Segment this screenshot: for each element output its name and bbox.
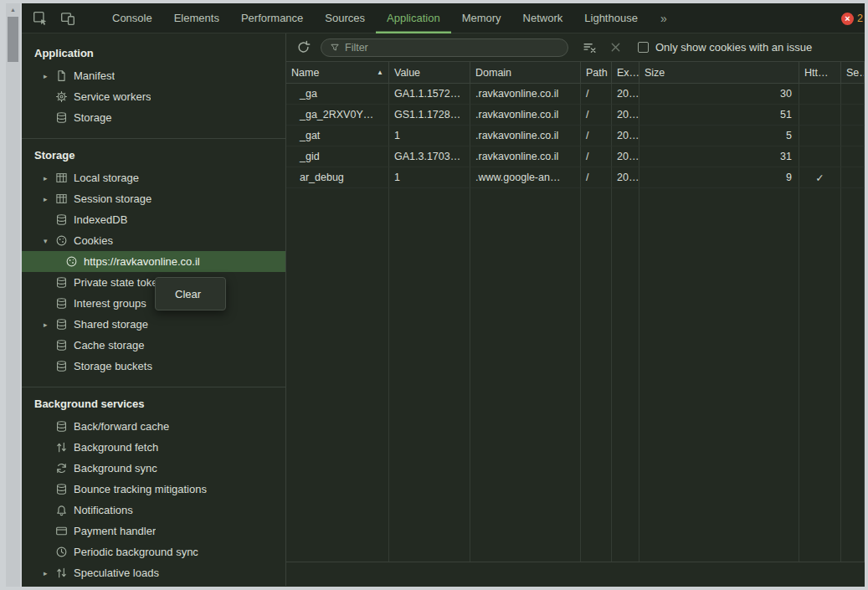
column-header-label: Ex… [617, 67, 639, 79]
scrollbar-thumb[interactable] [8, 17, 18, 62]
gear-icon [55, 90, 68, 103]
table-row[interactable]: _ga_2RXV0Y…GS1.1.1728….ravkavonline.co.i… [286, 105, 865, 126]
cell-value: 1 [389, 126, 470, 146]
column-header-htt[interactable]: Htt… [799, 62, 841, 83]
clear-all-cookies-icon[interactable] [583, 40, 597, 54]
sidebar-item-service-workers[interactable]: Service workers [22, 86, 285, 107]
sidebar-item-background-sync[interactable]: Background sync [22, 458, 285, 479]
column-header-ex[interactable]: Ex… [612, 62, 639, 83]
cookie-icon [55, 234, 68, 247]
chevron-down-icon[interactable]: ▾ [44, 237, 55, 245]
cell-secure [841, 84, 865, 105]
sidebar-item-https-ravkavonline-co-il[interactable]: https://ravkavonline.co.il [22, 251, 285, 272]
inspect-element-icon[interactable] [33, 11, 48, 26]
device-toolbar-icon[interactable] [60, 11, 75, 26]
scrollbar-up-icon[interactable]: ▲ [6, 3, 20, 15]
devtools-tab-bar: ConsoleElementsPerformanceSourcesApplica… [22, 3, 865, 33]
chevron-right-icon[interactable]: ▸ [44, 321, 55, 329]
tab-console[interactable]: Console [101, 3, 163, 33]
sidebar-item-bounce-tracking-mitigations[interactable]: Bounce tracking mitigations [22, 479, 285, 500]
chevron-right-icon[interactable]: ▸ [44, 569, 55, 577]
sidebar-item-indexeddb[interactable]: IndexedDB [22, 209, 285, 230]
delete-selected-icon[interactable] [609, 41, 622, 54]
table-row[interactable]: _gaGA1.1.1572….ravkavonline.co.il/20…30 [286, 84, 865, 105]
section-title-background-services: Background services [22, 398, 285, 416]
refresh-icon[interactable] [296, 40, 311, 54]
filler-cell [581, 188, 612, 562]
sidebar-item-shared-storage[interactable]: ▸Shared storage [22, 314, 285, 335]
clock-icon [55, 546, 68, 558]
sidebar-item-background-fetch[interactable]: Background fetch [22, 437, 285, 458]
page-scrollbar[interactable]: ▲ [6, 3, 20, 587]
cell-name: _ga [286, 84, 389, 105]
sidebar-item-notifications[interactable]: Notifications [22, 500, 285, 521]
sidebar-item-manifest[interactable]: ▸Manifest [22, 65, 285, 86]
column-header-domain[interactable]: Domain [470, 62, 581, 83]
filler-cell [470, 188, 581, 562]
sync-icon [55, 462, 68, 475]
column-header-label: Se… [846, 67, 865, 79]
tab-memory[interactable]: Memory [451, 3, 512, 33]
tab-elements[interactable]: Elements [163, 3, 230, 33]
sidebar-item-session-storage[interactable]: ▸Session storage [22, 188, 285, 209]
tab-sources[interactable]: Sources [314, 3, 376, 33]
cell-path: / [581, 84, 612, 105]
column-header-label: Size [645, 67, 665, 79]
column-header-path[interactable]: Path [581, 62, 612, 83]
cell-http_only: ✓ [799, 167, 841, 188]
sidebar-item-cache-storage[interactable]: Cache storage [22, 335, 285, 356]
cell-path: / [581, 167, 612, 188]
table-row[interactable]: _gidGA1.3.1703….ravkavonline.co.il/20…31 [286, 146, 865, 167]
sidebar-item-payment-handler[interactable]: Payment handler [22, 521, 285, 541]
cell-secure [841, 126, 865, 146]
table-row[interactable]: _gat1.ravkavonline.co.il/20…5 [286, 126, 865, 146]
db-icon [55, 420, 68, 433]
devtools-window: ConsoleElementsPerformanceSourcesApplica… [22, 3, 865, 587]
sidebar-item-cookies[interactable]: ▾Cookies [22, 230, 285, 251]
error-badge[interactable]: × [841, 13, 854, 25]
section-title-application: Application [22, 47, 285, 65]
sidebar-item-private-state-tokens[interactable]: Private state tokens [22, 272, 285, 293]
chevron-right-icon[interactable]: ▸ [44, 174, 55, 182]
sidebar-item-back-forward-cache[interactable]: Back/forward cache [22, 416, 285, 437]
tab-lighthouse[interactable]: Lighthouse [573, 3, 649, 33]
table-filler-row [286, 188, 865, 562]
table-row[interactable]: ar_debug1.www.google-an…/20…9✓ [286, 167, 865, 188]
sidebar-item-storage-buckets[interactable]: Storage buckets [22, 356, 285, 377]
column-header-label: Domain [475, 67, 511, 79]
context-menu-item-clear[interactable]: Clear [156, 278, 225, 310]
cell-size: 31 [639, 146, 799, 167]
sidebar-item-local-storage[interactable]: ▸Local storage [22, 167, 285, 188]
more-tabs-chevron-icon[interactable]: » [660, 12, 667, 25]
column-header-name[interactable]: Name▲ [286, 62, 389, 83]
sidebar-item-label: Background sync [74, 462, 157, 475]
column-header-size[interactable]: Size [639, 62, 799, 83]
column-header-label: Htt… [804, 67, 828, 79]
filter-pill[interactable] [321, 38, 568, 57]
tab-network[interactable]: Network [512, 3, 574, 33]
cell-http_only [799, 84, 841, 105]
sidebar-item-periodic-background-sync[interactable]: Periodic background sync [22, 541, 285, 562]
chevron-right-icon[interactable]: ▸ [44, 195, 55, 203]
db-icon [55, 339, 68, 351]
tab-performance[interactable]: Performance [230, 3, 314, 33]
db-icon [55, 111, 68, 124]
only-issue-checkbox-label[interactable]: Only show cookies with an issue [655, 41, 812, 54]
sidebar-item-interest-groups[interactable]: Interest groups [22, 293, 285, 314]
db-icon [55, 213, 68, 226]
sidebar-item-label: Back/forward cache [74, 420, 169, 433]
tab-application[interactable]: Application [376, 3, 451, 33]
error-count: 2 [857, 13, 863, 24]
sidebar-item-speculative-loads[interactable]: ▸Speculative loads [22, 562, 285, 583]
filler-cell [389, 188, 470, 562]
cell-domain: .ravkavonline.co.il [470, 105, 581, 126]
filter-input[interactable] [345, 42, 559, 54]
column-header-value[interactable]: Value [389, 62, 470, 83]
column-header-se[interactable]: Se… [841, 62, 865, 83]
sidebar-item-label: IndexedDB [74, 213, 127, 226]
sidebar-item-label: Periodic background sync [74, 546, 198, 558]
cell-name: _gat [286, 126, 389, 146]
chevron-right-icon[interactable]: ▸ [44, 72, 55, 80]
sidebar-item-storage[interactable]: Storage [22, 107, 285, 128]
only-issue-checkbox[interactable] [638, 42, 649, 53]
